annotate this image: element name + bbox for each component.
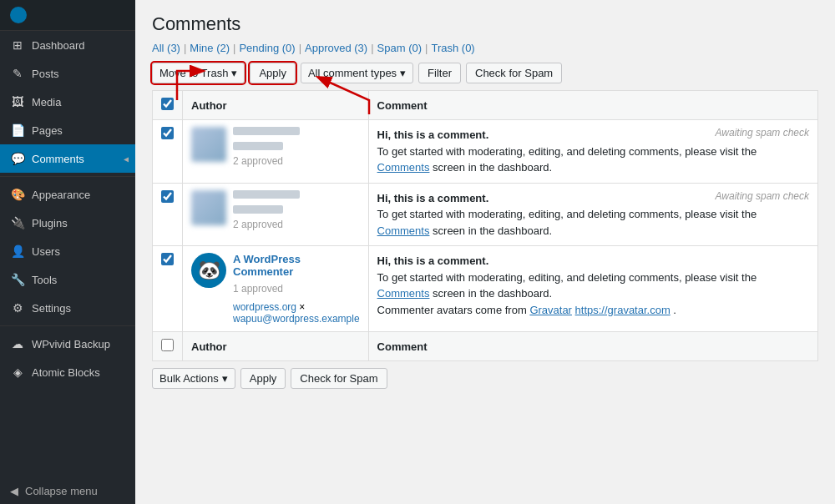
filter-pending[interactable]: Pending (0) [239, 42, 295, 54]
row3-gravatar-link[interactable]: Gravatar [529, 304, 572, 316]
page-title: Comments [152, 13, 818, 35]
row3-avatar: 🐼 [191, 253, 226, 288]
wp-logo [0, 0, 135, 31]
sidebar-item-settings[interactable]: ⚙ Settings [0, 294, 135, 322]
sidebar-item-label-plugins: Plugins [32, 217, 68, 229]
bulk-action-dropdown-icon: ▾ [231, 67, 237, 79]
collapse-menu-button[interactable]: ◀ Collapse menu [0, 478, 135, 504]
sidebar-item-label-media: Media [32, 96, 61, 108]
row1-author-name2-blurred [233, 142, 283, 150]
bottom-toolbar: Bulk Actions ▾ Apply Check for Spam [152, 368, 818, 389]
footer-author-col: Author [183, 332, 369, 361]
filter-all[interactable]: All (3) [152, 42, 180, 54]
top-toolbar-wrapper: Move to Trash ▾ Apply All comment types … [152, 63, 818, 83]
bottom-bulk-action-dropdown-icon: ▾ [222, 372, 228, 385]
footer-checkbox-col [153, 332, 183, 361]
sidebar-item-appearance[interactable]: 🎨 Appearance [0, 180, 135, 209]
sidebar-item-label-pages: Pages [32, 124, 63, 137]
footer-comment-col: Comment [368, 332, 817, 361]
table-row: 2 approved Awaiting spam check Hi, this … [153, 183, 818, 246]
row3-approved-count: 1 approved [233, 283, 360, 295]
plugins-icon: 🔌 [10, 215, 25, 230]
sidebar-item-comments[interactable]: 💬 Comments ◀ [0, 144, 135, 173]
filter-bar: All (3) | Mine (2) | Pending (0) | Appro… [152, 42, 818, 54]
row2-checkbox-cell [153, 183, 183, 246]
sidebar-item-dashboard[interactable]: ⊞ Dashboard [0, 31, 135, 59]
row1-author-cell: 2 approved [183, 120, 369, 184]
row3-comments-link[interactable]: Comments [377, 287, 430, 300]
top-apply-button[interactable]: Apply [250, 63, 296, 83]
top-spam-label: Check for Spam [475, 67, 553, 79]
top-spam-button[interactable]: Check for Spam [466, 63, 562, 83]
row3-author-name[interactable]: A WordPress Commenter [233, 253, 360, 278]
filter-mine[interactable]: Mine (2) [190, 42, 230, 54]
table-row: 2 approved Awaiting spam check Hi, this … [153, 120, 818, 184]
atomicblocks-icon: ◈ [10, 365, 25, 380]
filter-spam[interactable]: Spam (0) [377, 42, 422, 54]
row3-gravatar-url[interactable]: https://gravatar.com [575, 304, 671, 316]
col-comment: Comment [368, 91, 817, 120]
row2-spam-status: Awaiting spam check [716, 190, 810, 202]
sidebar-item-pages[interactable]: 📄 Pages [0, 116, 135, 144]
posts-icon: ✎ [10, 66, 25, 81]
row3-checkbox[interactable] [161, 253, 174, 265]
sidebar-item-wpvivid[interactable]: ☁ WPvivid Backup [0, 330, 135, 358]
sidebar-item-users[interactable]: 👤 Users [0, 237, 135, 265]
row2-checkbox[interactable] [161, 190, 174, 203]
users-icon: 👤 [10, 244, 25, 259]
tools-icon: 🔧 [10, 272, 25, 287]
main-content: Comments All (3) | Mine (2) | Pending (0… [135, 0, 835, 504]
table-footer-row: Author Comment [153, 332, 818, 361]
row3-email-link[interactable]: wapuu@wordpress.example [233, 313, 360, 325]
bottom-spam-label: Check for Spam [300, 372, 377, 385]
comments-table: Author Comment [152, 90, 818, 361]
row1-author-name-blurred [233, 127, 300, 135]
collapse-label: Collapse menu [25, 485, 98, 497]
wpvivid-icon: ☁ [10, 336, 25, 351]
row3-comment-cell: Hi, this is a comment. To get started wi… [368, 246, 817, 332]
bottom-bulk-action-label: Bulk Actions [159, 372, 219, 385]
row3-checkbox-cell [153, 246, 183, 332]
sidebar-item-label-comments: Comments [32, 153, 84, 165]
row3-author-info: A WordPress Commenter 1 approved wordpre… [233, 253, 360, 325]
row3-wordpress-link[interactable]: wordpress.org [233, 301, 296, 313]
row2-author-name-blurred [233, 190, 300, 199]
bulk-action-select[interactable]: Move to Trash ▾ [152, 63, 245, 83]
sidebar-item-label-appearance: Appearance [32, 189, 90, 201]
bottom-spam-button[interactable]: Check for Spam [291, 368, 387, 389]
bottom-apply-button[interactable]: Apply [240, 368, 286, 389]
pages-icon: 📄 [10, 123, 25, 138]
row2-comments-link[interactable]: Comments [377, 224, 430, 237]
row1-author-info: 2 approved [233, 127, 300, 167]
sidebar-item-posts[interactable]: ✎ Posts [0, 59, 135, 88]
media-icon: 🖼 [10, 94, 25, 109]
sidebar-item-media[interactable]: 🖼 Media [0, 88, 135, 116]
row3-author-links: wordpress.org × wapuu@wordpress.example [233, 301, 360, 325]
bottom-bulk-action-select[interactable]: Bulk Actions ▾ [152, 368, 235, 389]
comments-icon: 💬 [10, 151, 25, 166]
row2-author-info: 2 approved [233, 190, 300, 230]
filter-button[interactable]: Filter [418, 63, 461, 83]
row1-comments-link[interactable]: Comments [377, 161, 430, 174]
sidebar-item-label-users: Users [32, 245, 60, 258]
top-apply-label: Apply [259, 67, 286, 79]
sidebar-item-atomicblocks[interactable]: ◈ Atomic Blocks [0, 358, 135, 386]
wp-logo-icon [10, 7, 27, 23]
footer-select-all-checkbox[interactable] [161, 339, 174, 351]
appearance-icon: 🎨 [10, 187, 25, 202]
row2-approved-count: 2 approved [233, 219, 300, 230]
row1-checkbox[interactable] [161, 127, 174, 139]
filter-trash[interactable]: Trash (0) [431, 42, 474, 54]
sidebar-item-label-atomicblocks: Atomic Blocks [32, 366, 100, 379]
row1-avatar [191, 127, 226, 162]
select-all-checkbox[interactable] [161, 98, 174, 110]
sidebar-item-plugins[interactable]: 🔌 Plugins [0, 209, 135, 237]
row3-author-cell: 🐼 A WordPress Commenter 1 approved wordp… [183, 246, 369, 332]
sidebar-item-label-settings: Settings [32, 302, 71, 315]
comment-type-select[interactable]: All comment types ▾ [301, 63, 413, 83]
filter-label: Filter [428, 67, 452, 79]
sidebar-item-tools[interactable]: 🔧 Tools [0, 265, 135, 294]
top-toolbar: Move to Trash ▾ Apply All comment types … [152, 63, 818, 83]
sidebar: ⊞ Dashboard ✎ Posts 🖼 Media 📄 Pages 💬 Co… [0, 0, 135, 504]
filter-approved[interactable]: Approved (3) [305, 42, 367, 54]
